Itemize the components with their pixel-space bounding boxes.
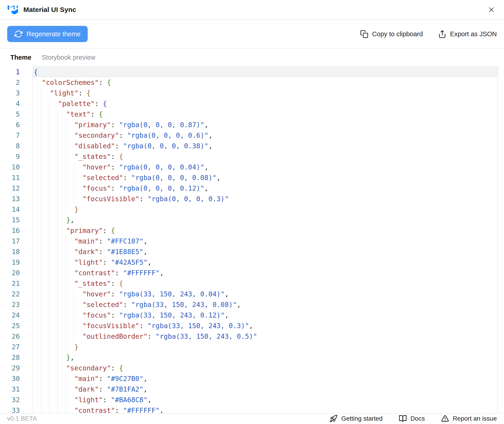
code-token: } — [66, 354, 70, 362]
code-line: 7 "secondary": "rgba(0, 0, 0, 0.6)", — [0, 130, 498, 141]
code-token: "palette" — [58, 100, 95, 108]
code-content: "main": "#FFC107", — [33, 236, 498, 246]
code-token: "primary" — [66, 227, 103, 235]
refresh-icon — [14, 30, 23, 38]
code-line: 32 "light": "#BA68C8", — [0, 394, 498, 405]
code-line: 8 "disabled": "rgba(0, 0, 0, 0.38)", — [0, 141, 498, 151]
code-token: : — [99, 375, 107, 383]
report-an-issue-button[interactable]: Report an issue — [441, 415, 497, 423]
code-token: , — [143, 248, 148, 256]
code-token: "rgba(0, 0, 0, 0.04)" — [119, 163, 204, 171]
code-token: } — [74, 343, 79, 351]
code-token: , — [204, 121, 209, 129]
theme-json-editor[interactable]: 1{2 "colorSchemes": {3 "light": {4 "pale… — [0, 66, 504, 413]
code-content: "hover": "rgba(33, 150, 243, 0.04)", — [33, 289, 498, 299]
tab-bar: ThemeStorybook preview — [0, 49, 504, 66]
line-number: 12 — [0, 183, 33, 193]
code-token: , — [160, 269, 164, 277]
code-token: { — [111, 227, 115, 235]
line-number: 8 — [0, 141, 33, 151]
code-line: 17 "main": "#FFC107", — [0, 236, 498, 246]
code-content: "colorSchemes": { — [33, 77, 498, 88]
code-token: "#1E88E5" — [107, 248, 143, 256]
code-token: "_states" — [74, 153, 111, 161]
code-token: "hover" — [83, 163, 111, 171]
line-number: 16 — [0, 225, 33, 236]
code-line: 6 "primary": "rgba(0, 0, 0, 0.87)", — [0, 119, 498, 130]
code-content: }, — [33, 352, 498, 363]
code-content: "_states": { — [33, 151, 498, 162]
code-content: "text": { — [33, 109, 498, 119]
tab-theme[interactable]: Theme — [10, 54, 31, 61]
code-line: 12 "focus": "rgba(0, 0, 0, 0.12)", — [0, 183, 498, 193]
line-number: 20 — [0, 268, 33, 278]
version-badge: v0.1 BETA — [7, 415, 37, 422]
code-token: : — [115, 406, 123, 413]
line-number: 19 — [0, 257, 33, 268]
export-as-json-button[interactable]: Export as JSON — [438, 30, 497, 38]
code-token: : — [99, 385, 107, 393]
copy-to-clipboard-label: Copy to clipboard — [372, 30, 423, 38]
code-token: : — [111, 121, 119, 129]
code-line: 11 "selected": "rgba(0, 0, 0, 0.08)", — [0, 172, 498, 183]
code-token: , — [249, 322, 253, 330]
code-token: "focusVisible" — [83, 195, 139, 203]
toolbar: Regenerate theme Copy to clipboard Expor… — [0, 20, 504, 49]
line-number: 15 — [0, 215, 33, 225]
code-token: : — [139, 322, 148, 330]
code-token: : — [111, 163, 119, 171]
line-number: 14 — [0, 204, 33, 215]
code-token: , — [217, 174, 221, 182]
code-line: 1{ — [0, 67, 498, 77]
code-content: "hover": "rgba(0, 0, 0, 0.04)", — [33, 162, 498, 172]
line-number: 32 — [0, 394, 33, 405]
close-button[interactable] — [486, 5, 496, 15]
code-token: "main" — [74, 237, 99, 245]
code-token: "rgba(0, 0, 0, 0.3)" — [148, 195, 229, 203]
docs-icon — [399, 415, 407, 423]
code-token: , — [70, 216, 74, 224]
line-number: 31 — [0, 384, 33, 394]
code-token: { — [103, 100, 107, 108]
rocket-icon — [330, 415, 338, 423]
getting-started-button[interactable]: Getting started — [330, 415, 382, 423]
regenerate-theme-button[interactable]: Regenerate theme — [7, 26, 88, 42]
tab-storybook-preview[interactable]: Storybook preview — [42, 54, 95, 61]
code-token: "rgba(33, 150, 243, 0.3)" — [148, 322, 249, 330]
code-token: "#42A5F5" — [111, 258, 148, 266]
line-number: 1 — [0, 67, 33, 77]
code-content: "secondary": { — [33, 363, 498, 373]
copy-to-clipboard-button[interactable]: Copy to clipboard — [360, 30, 423, 38]
code-token: , — [225, 290, 229, 298]
code-line: 30 "main": "#9C27B0", — [0, 373, 498, 384]
code-token: "hover" — [83, 290, 111, 298]
code-content: "_states": { — [33, 278, 498, 289]
code-token: "focusVisible" — [83, 322, 139, 330]
docs-button[interactable]: Docs — [399, 415, 425, 423]
code-token: "rgba(33, 150, 243, 0.12)" — [119, 311, 225, 319]
code-line: 9 "_states": { — [0, 151, 498, 162]
code-token: : — [115, 269, 123, 277]
close-icon — [487, 6, 495, 14]
code-content: "contrast": "#FFFFFF", — [33, 268, 498, 278]
code-token: "focus" — [83, 311, 111, 319]
code-token: "light" — [50, 89, 78, 97]
code-token: : — [79, 89, 86, 97]
code-token: "rgba(33, 150, 243, 0.08)" — [131, 301, 237, 309]
code-token: "dark" — [74, 248, 99, 256]
code-token: : — [95, 100, 103, 108]
code-content: }, — [33, 215, 498, 225]
code-line: 21 "_states": { — [0, 278, 498, 289]
code-line: 31 "dark": "#7B1FA2", — [0, 384, 498, 394]
code-token: : — [115, 142, 123, 150]
code-token: , — [148, 396, 152, 404]
code-token: { — [86, 89, 91, 97]
code-token: , — [143, 385, 148, 393]
line-number: 26 — [0, 331, 33, 342]
code-token: , — [204, 163, 209, 171]
code-token: : — [111, 184, 119, 192]
code-token: "text" — [66, 110, 91, 118]
footer: v0.1 BETA Getting startedDocsReport an i… — [0, 413, 504, 424]
code-token: , — [237, 301, 241, 309]
code-token: "main" — [74, 375, 99, 383]
